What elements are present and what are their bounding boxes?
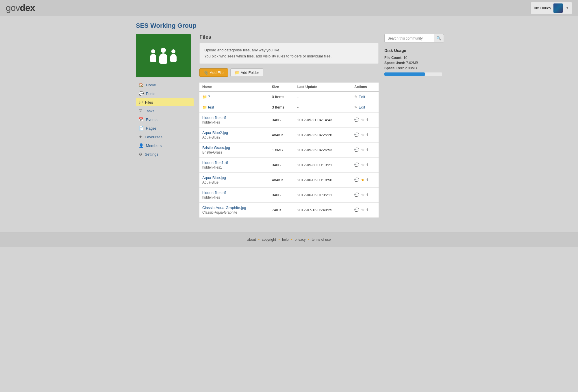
folder-icon: 📁 [202, 105, 207, 109]
settings-icon: ⚙ [139, 152, 142, 156]
table-row: 📁test3 Items-✎Edit [199, 102, 379, 112]
file-count-label: File Count: [384, 56, 403, 60]
add-file-button[interactable]: 📎 Add File [199, 68, 228, 77]
footer: about●copyright●help●privacy●terms of us… [0, 232, 578, 247]
table-row: Classic-Aqua-Graphite.jpgClassic-Aqua-Gr… [199, 202, 379, 217]
star-icon[interactable]: ★ [361, 178, 365, 182]
sidebar-item-members[interactable]: 👤 Members [136, 141, 194, 150]
star-icon[interactable]: ☆ [361, 117, 365, 122]
table-row: 📁70 Items-✎Edit [199, 92, 379, 102]
star-icon[interactable]: ☆ [361, 132, 365, 137]
file-size-cell: 74KB [269, 202, 294, 217]
space-free-stat: Space Free: 2.98MB [384, 66, 442, 70]
files-table: Name Size Last Update Actions 📁70 Items-… [199, 83, 379, 218]
comment-icon[interactable]: 💬 [354, 178, 359, 182]
sidebar-link-members[interactable]: 👤 Members [136, 141, 194, 150]
user-area[interactable]: Tim Hurley ▼ [531, 2, 572, 14]
file-name-link[interactable]: Aqua-Blue.jpg [202, 176, 226, 180]
tasks-icon: ☑ [139, 109, 142, 113]
footer-link-terms-of-use[interactable]: terms of use [312, 238, 331, 242]
file-subtitle: hidden-files [202, 120, 266, 124]
star-icon[interactable]: ☆ [361, 148, 365, 152]
file-date-cell: 2012-06-05 01:05:11 [294, 187, 351, 202]
sidebar-item-events[interactable]: 📅 Events [136, 115, 194, 124]
edit-link[interactable]: Edit [359, 95, 365, 99]
sidebar-link-settings[interactable]: ⚙ Settings [136, 150, 194, 158]
footer-link-help[interactable]: help [282, 238, 289, 242]
sidebar-item-favourites[interactable]: ★ Favourites [136, 133, 194, 141]
edit-icon: ✎ [354, 105, 357, 109]
sidebar-link-pages[interactable]: 📄 Pages [136, 124, 194, 132]
comment-icon[interactable]: 💬 [354, 163, 359, 167]
star-icon[interactable]: ☆ [361, 193, 365, 197]
sidebar-label-home: Home [146, 83, 156, 87]
search-button[interactable]: 🔍 [434, 34, 444, 42]
sidebar-link-events[interactable]: 📅 Events [136, 115, 194, 124]
file-actions-cell: 💬 ☆ ℹ [351, 202, 379, 217]
sidebar-link-favourites[interactable]: ★ Favourites [136, 133, 194, 141]
comment-icon[interactable]: 💬 [354, 117, 359, 122]
info-icon[interactable]: ℹ [366, 117, 368, 122]
footer-link-copyright[interactable]: copyright [262, 238, 276, 242]
file-name-cell: Classic-Aqua-Graphite.jpgClassic-Aqua-Gr… [199, 202, 269, 217]
sidebar-link-files[interactable]: 🏷 Files [136, 98, 194, 106]
info-icon[interactable]: ℹ [366, 193, 368, 197]
sidebar-item-home[interactable]: 🏠 Home [136, 81, 194, 89]
main-content: Files Upload and categorise files, any w… [199, 34, 379, 218]
file-count-stat: File Count: 10 [384, 56, 442, 60]
edit-link[interactable]: Edit [359, 105, 365, 109]
sidebar-label-tasks: Tasks [145, 109, 154, 113]
person-icon-left [150, 49, 156, 62]
sidebar-item-posts[interactable]: 💬 Posts [136, 89, 194, 98]
folder-name-link[interactable]: test [208, 105, 214, 109]
col-size: Size [269, 83, 294, 92]
add-folder-button[interactable]: 📁 Add Folder [230, 68, 264, 77]
sidebar-link-tasks[interactable]: ☑ Tasks [136, 107, 194, 115]
file-actions-cell: 💬 ☆ ℹ [351, 142, 379, 157]
info-icon[interactable]: ℹ [366, 163, 368, 167]
posts-icon: 💬 [139, 91, 144, 96]
folder-name-link[interactable]: 7 [208, 95, 210, 99]
user-dropdown-icon[interactable]: ▼ [565, 6, 570, 10]
file-name-link[interactable]: Aqua-Blue2.jpg [202, 130, 228, 135]
file-name-link[interactable]: hidden-files.rtf [202, 191, 226, 195]
info-icon[interactable]: ℹ [366, 178, 368, 182]
star-icon[interactable]: ☆ [361, 163, 365, 167]
sidebar-item-files[interactable]: 🏷 Files [136, 98, 194, 106]
file-name-cell: Aqua-Blue.jpgAqua-Blue [199, 172, 269, 187]
info-icon[interactable]: ℹ [366, 148, 368, 152]
sidebar-link-home[interactable]: 🏠 Home [136, 81, 194, 89]
comment-icon[interactable]: 💬 [354, 132, 359, 137]
file-actions-cell: 💬 ★ ℹ [351, 172, 379, 187]
sidebar-item-pages[interactable]: 📄 Pages [136, 124, 194, 132]
footer-link-privacy[interactable]: privacy [295, 238, 306, 242]
events-icon: 📅 [139, 117, 144, 122]
comment-icon[interactable]: 💬 [354, 208, 359, 212]
info-icon[interactable]: ℹ [366, 132, 368, 137]
file-name-link[interactable]: Bristle-Grass.jpg [202, 145, 230, 150]
file-name-link[interactable]: hidden-files.rtf [202, 115, 226, 120]
star-icon[interactable]: ☆ [361, 208, 365, 212]
comment-icon[interactable]: 💬 [354, 193, 359, 197]
info-icon[interactable]: ℹ [366, 208, 368, 212]
footer-link-about[interactable]: about [247, 238, 256, 242]
table-row: Bristle-Grass.jpgBristle-Grass1.8MB2012-… [199, 142, 379, 157]
search-box: 🔍 [384, 34, 442, 42]
file-size-cell: 3 Items [269, 102, 294, 112]
sidebar: 🏠 Home 💬 Posts 🏷 Files [136, 34, 194, 159]
file-name-cell: 📁test [199, 102, 269, 112]
sidebar-link-posts[interactable]: 💬 Posts [136, 89, 194, 98]
file-date-cell: 2012-07-16 06:49:25 [294, 202, 351, 217]
disk-bar-fill [384, 72, 425, 76]
file-date-cell: - [294, 102, 351, 112]
action-buttons: 📎 Add File 📁 Add Folder [199, 68, 379, 77]
comment-icon[interactable]: 💬 [354, 148, 359, 152]
file-subtitle: Aqua-Blue [202, 180, 266, 184]
search-input[interactable] [384, 34, 434, 42]
sidebar-item-settings[interactable]: ⚙ Settings [136, 150, 194, 158]
file-name-link[interactable]: Classic-Aqua-Graphite.jpg [202, 206, 246, 210]
file-name-cell: hidden-files.rtfhidden-files [199, 112, 269, 127]
page-title: SES Working Group [136, 22, 442, 29]
file-name-link[interactable]: hidden-files1.rtf [202, 160, 228, 165]
sidebar-item-tasks[interactable]: ☑ Tasks [136, 107, 194, 115]
